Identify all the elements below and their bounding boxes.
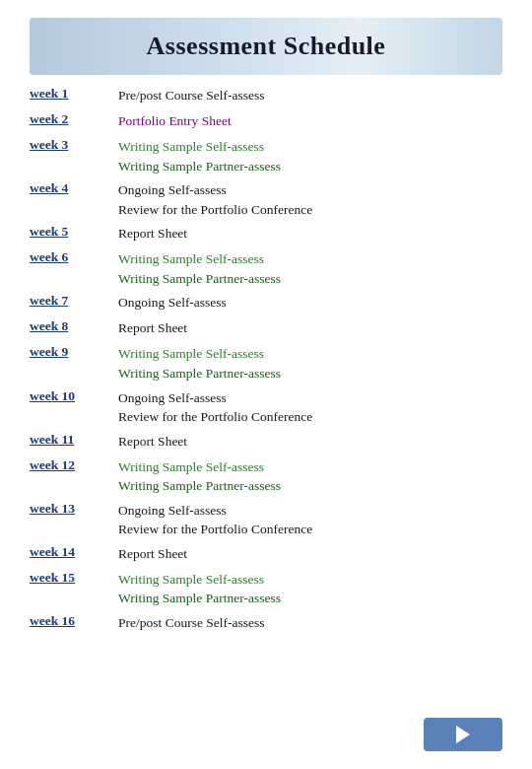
- table-row: week 1Pre/post Course Self-assess: [30, 85, 502, 106]
- activity-text: Ongoing Self-assess: [118, 501, 502, 521]
- table-row: week 11Report Sheet: [30, 431, 502, 453]
- activity-text: Pre/post Course Self-assess: [118, 86, 502, 105]
- activity-text: Review for the Portfolio Conference: [118, 200, 502, 220]
- week-label[interactable]: week 10: [30, 387, 118, 404]
- activity-cell: Writing Sample Self-assessWriting Sample…: [118, 343, 502, 383]
- activity-text: Ongoing Self-assess: [118, 180, 502, 200]
- activity-cell: Portfolio Entry Sheet: [118, 110, 502, 131]
- activity-cell: Ongoing Self-assessReview for the Portfo…: [118, 387, 502, 427]
- week-label[interactable]: week 15: [30, 569, 118, 586]
- activity-text: Ongoing Self-assess: [118, 293, 502, 313]
- table-row: week 4Ongoing Self-assessReview for the …: [30, 179, 502, 219]
- activity-text: Writing Sample Self-assess: [118, 457, 502, 477]
- week-label[interactable]: week 2: [30, 110, 118, 127]
- week-label[interactable]: week 6: [30, 248, 118, 265]
- week-label[interactable]: week 1: [30, 85, 118, 102]
- activity-text: Portfolio Entry Sheet: [118, 111, 502, 131]
- table-row: week 8Report Sheet: [30, 317, 502, 339]
- activity-cell: Report Sheet: [118, 543, 502, 564]
- activity-cell: Writing Sample Self-assessWriting Sample…: [118, 456, 502, 496]
- page-title: Assessment Schedule: [147, 32, 386, 61]
- table-row: week 15Writing Sample Self-assessWriting…: [30, 569, 502, 608]
- table-row: week 9Writing Sample Self-assessWriting …: [30, 343, 502, 383]
- header-banner: Assessment Schedule: [30, 18, 502, 75]
- activity-text: Writing Sample Self-assess: [118, 570, 502, 590]
- next-button[interactable]: [424, 718, 502, 751]
- activity-text: Report Sheet: [118, 544, 502, 564]
- activity-cell: Writing Sample Self-assessWriting Sample…: [118, 569, 502, 608]
- activity-cell: Report Sheet: [118, 223, 502, 244]
- table-row: week 3Writing Sample Self-assessWriting …: [30, 136, 502, 175]
- week-label[interactable]: week 12: [30, 456, 118, 473]
- week-label[interactable]: week 7: [30, 292, 118, 309]
- week-label[interactable]: week 4: [30, 179, 118, 196]
- activity-cell: Ongoing Self-assessReview for the Portfo…: [118, 500, 502, 539]
- activity-text: Review for the Portfolio Conference: [118, 407, 502, 427]
- table-row: week 10Ongoing Self-assessReview for the…: [30, 387, 502, 427]
- week-label[interactable]: week 3: [30, 136, 118, 153]
- activity-text: Report Sheet: [118, 318, 502, 338]
- activity-cell: Pre/post Course Self-assess: [118, 85, 502, 105]
- activity-text: Writing Sample Partner-assess: [118, 157, 502, 176]
- schedule-table: week 1Pre/post Course Self-assessweek 2P…: [30, 85, 502, 634]
- week-label[interactable]: week 16: [30, 612, 118, 629]
- activity-text: Writing Sample Partner-assess: [118, 589, 502, 608]
- activity-text: Review for the Portfolio Conference: [118, 520, 502, 539]
- activity-text: Report Sheet: [118, 224, 502, 244]
- week-label[interactable]: week 5: [30, 223, 118, 240]
- activity-cell: Ongoing Self-assess: [118, 292, 502, 313]
- activity-cell: Ongoing Self-assessReview for the Portfo…: [118, 179, 502, 219]
- activity-text: Writing Sample Partner-assess: [118, 269, 502, 289]
- activity-cell: Pre/post Course Self-assess: [118, 612, 502, 633]
- activity-text: Report Sheet: [118, 432, 502, 452]
- week-label[interactable]: week 13: [30, 500, 118, 517]
- activity-text: Writing Sample Self-assess: [118, 344, 502, 364]
- activity-cell: Report Sheet: [118, 431, 502, 452]
- table-row: week 16Pre/post Course Self-assess: [30, 612, 502, 634]
- activity-cell: Writing Sample Self-assessWriting Sample…: [118, 248, 502, 288]
- table-row: week 12Writing Sample Self-assessWriting…: [30, 456, 502, 496]
- activity-text: Writing Sample Partner-assess: [118, 364, 502, 384]
- week-label[interactable]: week 8: [30, 317, 118, 334]
- activity-text: Writing Sample Self-assess: [118, 137, 502, 157]
- activity-text: Pre/post Course Self-assess: [118, 613, 502, 633]
- activity-cell: Report Sheet: [118, 317, 502, 338]
- table-row: week 14Report Sheet: [30, 543, 502, 565]
- activity-text: Writing Sample Partner-assess: [118, 476, 502, 496]
- week-label[interactable]: week 9: [30, 343, 118, 360]
- table-row: week 2Portfolio Entry Sheet: [30, 110, 502, 132]
- table-row: week 7Ongoing Self-assess: [30, 292, 502, 314]
- table-row: week 5Report Sheet: [30, 223, 502, 245]
- activity-text: Ongoing Self-assess: [118, 388, 502, 408]
- week-label[interactable]: week 14: [30, 543, 118, 560]
- table-row: week 6Writing Sample Self-assessWriting …: [30, 248, 502, 288]
- activity-text: Writing Sample Self-assess: [118, 249, 502, 269]
- next-arrow-icon: [456, 726, 470, 743]
- table-row: week 13Ongoing Self-assessReview for the…: [30, 500, 502, 539]
- week-label[interactable]: week 11: [30, 431, 118, 448]
- activity-cell: Writing Sample Self-assessWriting Sample…: [118, 136, 502, 175]
